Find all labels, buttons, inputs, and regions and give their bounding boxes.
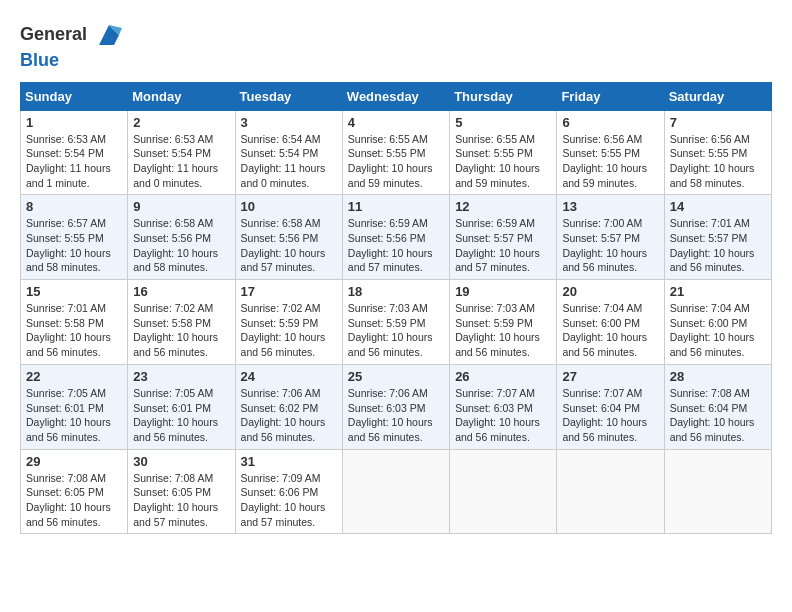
- day-info: Sunrise: 6:57 AMSunset: 5:55 PMDaylight:…: [26, 217, 111, 273]
- calendar-cell: [557, 449, 664, 534]
- day-info: Sunrise: 6:53 AMSunset: 5:54 PMDaylight:…: [26, 133, 111, 189]
- day-info: Sunrise: 7:01 AMSunset: 5:57 PMDaylight:…: [670, 217, 755, 273]
- day-info: Sunrise: 7:07 AMSunset: 6:03 PMDaylight:…: [455, 387, 540, 443]
- day-number: 21: [670, 284, 766, 299]
- day-info: Sunrise: 6:58 AMSunset: 5:56 PMDaylight:…: [133, 217, 218, 273]
- day-number: 3: [241, 115, 337, 130]
- day-number: 12: [455, 199, 551, 214]
- day-number: 26: [455, 369, 551, 384]
- page-header: General Blue: [20, 20, 772, 72]
- calendar-cell: 4 Sunrise: 6:55 AMSunset: 5:55 PMDayligh…: [342, 110, 449, 195]
- calendar-cell: 1 Sunrise: 6:53 AMSunset: 5:54 PMDayligh…: [21, 110, 128, 195]
- day-number: 29: [26, 454, 122, 469]
- day-number: 15: [26, 284, 122, 299]
- calendar-table: SundayMondayTuesdayWednesdayThursdayFrid…: [20, 82, 772, 535]
- calendar-cell: 2 Sunrise: 6:53 AMSunset: 5:54 PMDayligh…: [128, 110, 235, 195]
- day-info: Sunrise: 7:05 AMSunset: 6:01 PMDaylight:…: [133, 387, 218, 443]
- day-info: Sunrise: 7:08 AMSunset: 6:05 PMDaylight:…: [133, 472, 218, 528]
- column-header-friday: Friday: [557, 82, 664, 110]
- day-number: 9: [133, 199, 229, 214]
- calendar-cell: 10 Sunrise: 6:58 AMSunset: 5:56 PMDaylig…: [235, 195, 342, 280]
- day-info: Sunrise: 7:08 AMSunset: 6:04 PMDaylight:…: [670, 387, 755, 443]
- calendar-cell: 12 Sunrise: 6:59 AMSunset: 5:57 PMDaylig…: [450, 195, 557, 280]
- day-info: Sunrise: 7:03 AMSunset: 5:59 PMDaylight:…: [455, 302, 540, 358]
- column-header-tuesday: Tuesday: [235, 82, 342, 110]
- calendar-cell: [342, 449, 449, 534]
- calendar-cell: 15 Sunrise: 7:01 AMSunset: 5:58 PMDaylig…: [21, 280, 128, 365]
- day-number: 28: [670, 369, 766, 384]
- day-number: 16: [133, 284, 229, 299]
- calendar-cell: 27 Sunrise: 7:07 AMSunset: 6:04 PMDaylig…: [557, 364, 664, 449]
- day-info: Sunrise: 7:02 AMSunset: 5:58 PMDaylight:…: [133, 302, 218, 358]
- column-header-saturday: Saturday: [664, 82, 771, 110]
- logo: General Blue: [20, 20, 124, 72]
- calendar-cell: [664, 449, 771, 534]
- calendar-week-row: 22 Sunrise: 7:05 AMSunset: 6:01 PMDaylig…: [21, 364, 772, 449]
- day-info: Sunrise: 6:56 AMSunset: 5:55 PMDaylight:…: [562, 133, 647, 189]
- day-number: 20: [562, 284, 658, 299]
- day-info: Sunrise: 6:55 AMSunset: 5:55 PMDaylight:…: [455, 133, 540, 189]
- day-info: Sunrise: 7:08 AMSunset: 6:05 PMDaylight:…: [26, 472, 111, 528]
- calendar-cell: 28 Sunrise: 7:08 AMSunset: 6:04 PMDaylig…: [664, 364, 771, 449]
- calendar-cell: 8 Sunrise: 6:57 AMSunset: 5:55 PMDayligh…: [21, 195, 128, 280]
- day-number: 13: [562, 199, 658, 214]
- day-info: Sunrise: 7:04 AMSunset: 6:00 PMDaylight:…: [670, 302, 755, 358]
- logo-general-text: General: [20, 24, 87, 44]
- calendar-cell: 9 Sunrise: 6:58 AMSunset: 5:56 PMDayligh…: [128, 195, 235, 280]
- calendar-cell: 19 Sunrise: 7:03 AMSunset: 5:59 PMDaylig…: [450, 280, 557, 365]
- calendar-cell: 11 Sunrise: 6:59 AMSunset: 5:56 PMDaylig…: [342, 195, 449, 280]
- day-info: Sunrise: 7:02 AMSunset: 5:59 PMDaylight:…: [241, 302, 326, 358]
- column-header-thursday: Thursday: [450, 82, 557, 110]
- calendar-week-row: 15 Sunrise: 7:01 AMSunset: 5:58 PMDaylig…: [21, 280, 772, 365]
- day-number: 25: [348, 369, 444, 384]
- day-number: 18: [348, 284, 444, 299]
- calendar-cell: 30 Sunrise: 7:08 AMSunset: 6:05 PMDaylig…: [128, 449, 235, 534]
- day-number: 30: [133, 454, 229, 469]
- day-info: Sunrise: 7:06 AMSunset: 6:03 PMDaylight:…: [348, 387, 433, 443]
- calendar-cell: 25 Sunrise: 7:06 AMSunset: 6:03 PMDaylig…: [342, 364, 449, 449]
- day-info: Sunrise: 7:09 AMSunset: 6:06 PMDaylight:…: [241, 472, 326, 528]
- calendar-week-row: 29 Sunrise: 7:08 AMSunset: 6:05 PMDaylig…: [21, 449, 772, 534]
- day-info: Sunrise: 6:53 AMSunset: 5:54 PMDaylight:…: [133, 133, 218, 189]
- day-number: 19: [455, 284, 551, 299]
- calendar-cell: 20 Sunrise: 7:04 AMSunset: 6:00 PMDaylig…: [557, 280, 664, 365]
- calendar-cell: 13 Sunrise: 7:00 AMSunset: 5:57 PMDaylig…: [557, 195, 664, 280]
- day-number: 7: [670, 115, 766, 130]
- calendar-cell: 7 Sunrise: 6:56 AMSunset: 5:55 PMDayligh…: [664, 110, 771, 195]
- day-info: Sunrise: 7:00 AMSunset: 5:57 PMDaylight:…: [562, 217, 647, 273]
- day-number: 23: [133, 369, 229, 384]
- column-header-sunday: Sunday: [21, 82, 128, 110]
- day-number: 11: [348, 199, 444, 214]
- day-info: Sunrise: 6:56 AMSunset: 5:55 PMDaylight:…: [670, 133, 755, 189]
- day-number: 2: [133, 115, 229, 130]
- day-number: 6: [562, 115, 658, 130]
- logo-blue-text: Blue: [20, 50, 59, 70]
- day-info: Sunrise: 7:05 AMSunset: 6:01 PMDaylight:…: [26, 387, 111, 443]
- calendar-cell: 26 Sunrise: 7:07 AMSunset: 6:03 PMDaylig…: [450, 364, 557, 449]
- day-number: 31: [241, 454, 337, 469]
- calendar-cell: 21 Sunrise: 7:04 AMSunset: 6:00 PMDaylig…: [664, 280, 771, 365]
- day-info: Sunrise: 7:03 AMSunset: 5:59 PMDaylight:…: [348, 302, 433, 358]
- day-info: Sunrise: 7:01 AMSunset: 5:58 PMDaylight:…: [26, 302, 111, 358]
- day-number: 1: [26, 115, 122, 130]
- calendar-cell: 31 Sunrise: 7:09 AMSunset: 6:06 PMDaylig…: [235, 449, 342, 534]
- calendar-cell: 5 Sunrise: 6:55 AMSunset: 5:55 PMDayligh…: [450, 110, 557, 195]
- calendar-cell: 3 Sunrise: 6:54 AMSunset: 5:54 PMDayligh…: [235, 110, 342, 195]
- calendar-header-row: SundayMondayTuesdayWednesdayThursdayFrid…: [21, 82, 772, 110]
- calendar-cell: [450, 449, 557, 534]
- day-info: Sunrise: 6:59 AMSunset: 5:56 PMDaylight:…: [348, 217, 433, 273]
- day-info: Sunrise: 6:58 AMSunset: 5:56 PMDaylight:…: [241, 217, 326, 273]
- calendar-cell: 16 Sunrise: 7:02 AMSunset: 5:58 PMDaylig…: [128, 280, 235, 365]
- calendar-week-row: 8 Sunrise: 6:57 AMSunset: 5:55 PMDayligh…: [21, 195, 772, 280]
- day-number: 17: [241, 284, 337, 299]
- calendar-cell: 22 Sunrise: 7:05 AMSunset: 6:01 PMDaylig…: [21, 364, 128, 449]
- column-header-wednesday: Wednesday: [342, 82, 449, 110]
- day-number: 5: [455, 115, 551, 130]
- calendar-cell: 24 Sunrise: 7:06 AMSunset: 6:02 PMDaylig…: [235, 364, 342, 449]
- day-number: 8: [26, 199, 122, 214]
- day-info: Sunrise: 7:07 AMSunset: 6:04 PMDaylight:…: [562, 387, 647, 443]
- day-info: Sunrise: 6:59 AMSunset: 5:57 PMDaylight:…: [455, 217, 540, 273]
- day-number: 4: [348, 115, 444, 130]
- day-number: 10: [241, 199, 337, 214]
- calendar-cell: 6 Sunrise: 6:56 AMSunset: 5:55 PMDayligh…: [557, 110, 664, 195]
